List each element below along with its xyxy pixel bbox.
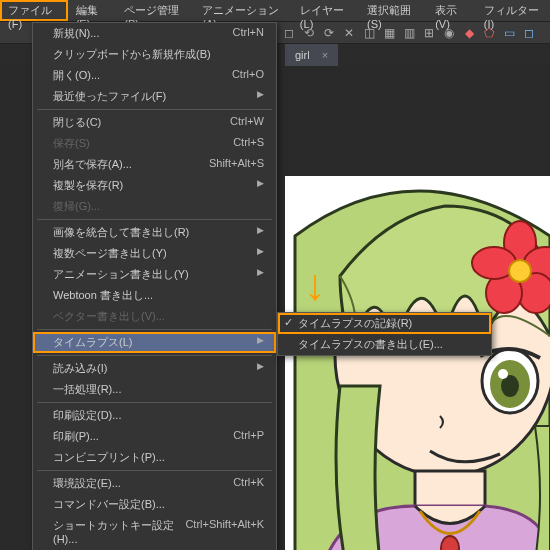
tool-icon-12[interactable]: ▭: [500, 24, 518, 42]
menu-item-shortcut: Ctrl+W: [230, 115, 264, 130]
menu-item[interactable]: 環境設定(E)...Ctrl+K: [33, 473, 276, 494]
menu-item-label: タイムラプス(L): [53, 335, 132, 350]
menu-item: ベクター書き出し(V)...: [33, 306, 276, 327]
menu-item-label: 画像を統合して書き出し(R): [53, 225, 189, 240]
menu-layer[interactable]: レイヤー(L): [292, 0, 359, 21]
menu-item[interactable]: ショートカットキー設定(H)...Ctrl+Shift+Alt+K: [33, 515, 276, 548]
menu-item-shortcut: Ctrl+O: [232, 68, 264, 83]
submenu-arrow-icon: ▶: [257, 246, 264, 261]
menu-item[interactable]: 開く(O)...Ctrl+O: [33, 65, 276, 86]
tool-icon-7[interactable]: ▥: [400, 24, 418, 42]
menu-item-label: アニメーション書き出し(Y): [53, 267, 189, 282]
tab-close-icon[interactable]: ×: [322, 49, 328, 61]
menu-file[interactable]: ファイル(F): [0, 0, 68, 21]
menu-item[interactable]: 一括処理(R)...: [33, 379, 276, 400]
tool-icon-11[interactable]: ⬠: [480, 24, 498, 42]
menu-item: 復帰(G)...: [33, 196, 276, 217]
menu-item-label: 環境設定(E)...: [53, 476, 121, 491]
menu-item[interactable]: タイムラプス(L)▶: [33, 332, 276, 353]
submenu-arrow-icon: ▶: [257, 361, 264, 376]
menu-item[interactable]: 印刷設定(D)...: [33, 405, 276, 426]
menu-selection[interactable]: 選択範囲(S): [359, 0, 427, 21]
tool-icon-4[interactable]: ✕: [340, 24, 358, 42]
menu-item-label: 閉じる(C): [53, 115, 101, 130]
annotation-arrow-icon: ↓: [304, 260, 326, 310]
menu-animation[interactable]: アニメーション(A): [194, 0, 292, 21]
tab-label: girl: [295, 49, 310, 61]
submenu-arrow-icon: ▶: [257, 225, 264, 240]
menu-view[interactable]: 表示(V): [427, 0, 476, 21]
menu-item-shortcut: Ctrl+N: [233, 26, 264, 41]
tool-icon-6[interactable]: ▦: [380, 24, 398, 42]
tool-icon-2[interactable]: ⟲: [300, 24, 318, 42]
tool-icon-9[interactable]: ◉: [440, 24, 458, 42]
menu-item-shortcut: Ctrl+S: [233, 136, 264, 151]
menu-item-label: 復帰(G)...: [53, 199, 100, 214]
timelapse-submenu: ✓タイムラプスの記録(R)タイムラプスの書き出し(E)...: [277, 312, 492, 356]
file-dropdown: 新規(N)...Ctrl+Nクリップボードから新規作成(B)開く(O)...Ct…: [32, 22, 277, 550]
menu-item[interactable]: Webtoon 書き出し...: [33, 285, 276, 306]
menu-filter[interactable]: フィルター(I): [476, 0, 550, 21]
check-icon: ✓: [284, 316, 293, 329]
menu-item[interactable]: 複数ページ書き出し(Y)▶: [33, 243, 276, 264]
tool-icon-1[interactable]: ◻: [280, 24, 298, 42]
menu-item-label: 新規(N)...: [53, 26, 99, 41]
menu-separator: [37, 470, 272, 471]
submenu-item[interactable]: タイムラプスの書き出し(E)...: [278, 334, 491, 355]
svg-point-12: [498, 369, 508, 379]
submenu-arrow-icon: ▶: [257, 89, 264, 104]
menu-item-shortcut: Shift+Alt+S: [209, 157, 264, 172]
submenu-item[interactable]: ✓タイムラプスの記録(R): [278, 313, 491, 334]
menu-item[interactable]: 最近使ったファイル(F)▶: [33, 86, 276, 107]
menu-separator: [37, 402, 272, 403]
menu-item[interactable]: 画像を統合して書き出し(R)▶: [33, 222, 276, 243]
menu-separator: [37, 329, 272, 330]
menu-item-label: 複製を保存(R): [53, 178, 123, 193]
menu-item[interactable]: アニメーション書き出し(Y)▶: [33, 264, 276, 285]
menu-item-label: 読み込み(I): [53, 361, 107, 376]
menu-item-label: ショートカットキー設定(H)...: [53, 518, 185, 545]
submenu-item-label: タイムラプスの記録(R): [298, 316, 412, 331]
menu-item[interactable]: 印刷(P)...Ctrl+P: [33, 426, 276, 447]
menu-item[interactable]: コマンドバー設定(B)...: [33, 494, 276, 515]
menu-item-label: 別名で保存(A)...: [53, 157, 132, 172]
menu-item[interactable]: 複製を保存(R)▶: [33, 175, 276, 196]
menu-item-label: ベクター書き出し(V)...: [53, 309, 165, 324]
menu-item-label: 最近使ったファイル(F): [53, 89, 166, 104]
canvas-artwork[interactable]: [285, 176, 550, 550]
menu-item[interactable]: 別名で保存(A)...Shift+Alt+S: [33, 154, 276, 175]
tool-icon-3[interactable]: ⟳: [320, 24, 338, 42]
menu-item[interactable]: コンビニプリント(P)...: [33, 447, 276, 468]
menu-item-label: Webtoon 書き出し...: [53, 288, 153, 303]
menu-item-shortcut: Ctrl+P: [233, 429, 264, 444]
menu-separator: [37, 219, 272, 220]
svg-point-8: [509, 260, 531, 282]
menu-item: 保存(S)Ctrl+S: [33, 133, 276, 154]
menu-separator: [37, 109, 272, 110]
svg-point-14: [441, 536, 459, 550]
tool-icon-10[interactable]: ◆: [460, 24, 478, 42]
menu-item-label: 保存(S): [53, 136, 90, 151]
menu-item-label: 印刷(P)...: [53, 429, 99, 444]
submenu-arrow-icon: ▶: [257, 335, 264, 350]
menu-item-label: 開く(O)...: [53, 68, 100, 83]
document-tab[interactable]: girl ×: [285, 44, 338, 66]
menu-item-label: 複数ページ書き出し(Y): [53, 246, 167, 261]
menu-item-label: コンビニプリント(P)...: [53, 450, 165, 465]
menu-separator: [37, 355, 272, 356]
menu-item-label: クリップボードから新規作成(B): [53, 47, 211, 62]
menu-item[interactable]: 読み込み(I)▶: [33, 358, 276, 379]
menu-item[interactable]: クリップボードから新規作成(B): [33, 44, 276, 65]
menu-item[interactable]: 閉じる(C)Ctrl+W: [33, 112, 276, 133]
menu-page[interactable]: ページ管理(P): [116, 0, 194, 21]
tool-icon-5[interactable]: ◫: [360, 24, 378, 42]
menu-item-label: コマンドバー設定(B)...: [53, 497, 165, 512]
menubar: ファイル(F) 編集(E) ページ管理(P) アニメーション(A) レイヤー(L…: [0, 0, 550, 22]
menu-item[interactable]: 新規(N)...Ctrl+N: [33, 23, 276, 44]
menu-edit[interactable]: 編集(E): [68, 0, 117, 21]
submenu-arrow-icon: ▶: [257, 178, 264, 193]
menu-item-label: 一括処理(R)...: [53, 382, 121, 397]
submenu-item-label: タイムラプスの書き出し(E)...: [298, 337, 443, 352]
tool-icon-8[interactable]: ⊞: [420, 24, 438, 42]
tool-icon-13[interactable]: ◻: [520, 24, 538, 42]
